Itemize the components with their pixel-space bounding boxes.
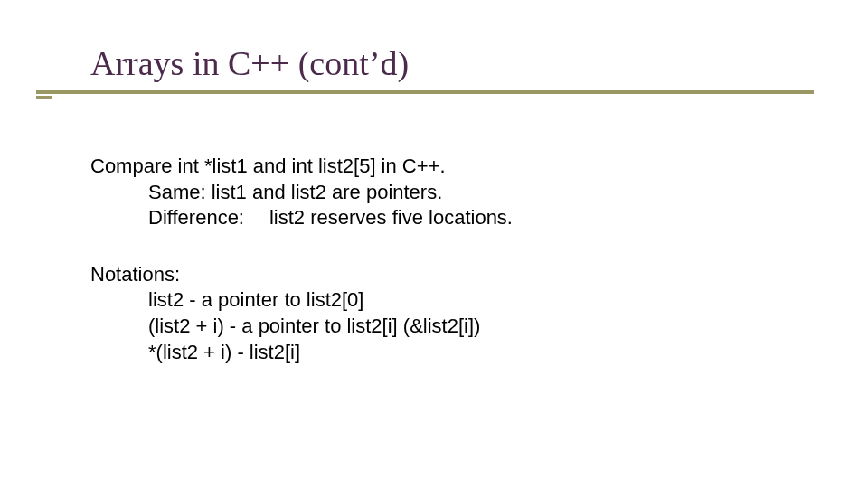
slide-title: Arrays in C++ (cont’d) xyxy=(90,43,805,83)
title-underline xyxy=(36,90,814,99)
diff-line: Difference:list2 reserves five locations… xyxy=(90,205,805,231)
para-compare: Compare int *list1 and int list2[5] in C… xyxy=(90,154,805,231)
notations-heading: Notations: xyxy=(90,262,805,288)
rule-main xyxy=(36,90,814,94)
diff-text: list2 reserves five locations. xyxy=(269,206,513,229)
same-line: Same: list1 and list2 are pointers. xyxy=(90,180,805,206)
slide: Arrays in C++ (cont’d) Compare int *list… xyxy=(0,0,868,488)
notation-2: (list2 + i) - a pointer to list2[i] (&li… xyxy=(90,314,805,340)
notation-3: *(list2 + i) - list2[i] xyxy=(90,340,805,366)
notation-1: list2 - a pointer to list2[0] xyxy=(90,287,805,314)
diff-label: Difference: xyxy=(148,206,244,229)
same-text: list1 and list2 are pointers. xyxy=(206,181,443,203)
slide-body: Compare int *list1 and int list2[5] in C… xyxy=(90,154,805,365)
compare-line: Compare int *list1 and int list2[5] in C… xyxy=(90,154,805,180)
rule-accent xyxy=(36,96,52,99)
para-notations: Notations: list2 - a pointer to list2[0]… xyxy=(90,262,805,365)
same-label: Same: xyxy=(148,181,206,203)
